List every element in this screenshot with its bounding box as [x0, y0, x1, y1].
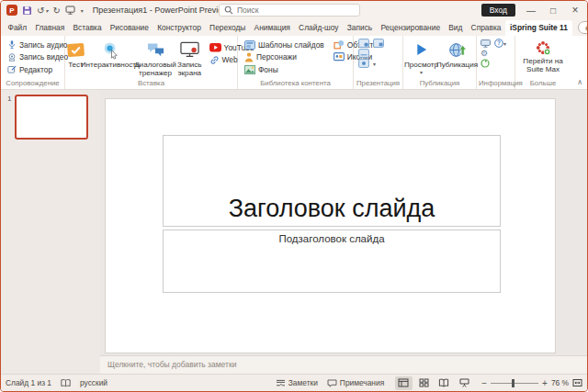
editor-button[interactable]: Редактор — [5, 63, 64, 76]
save-icon[interactable] — [22, 6, 32, 16]
zoom-level[interactable]: 76 % — [551, 378, 569, 387]
publish-globe-icon — [448, 39, 467, 60]
suite-max-icon — [535, 39, 551, 56]
tab-transitions[interactable]: Переходы — [206, 20, 250, 35]
redo-icon[interactable]: ↻ — [52, 6, 60, 16]
tab-design[interactable]: Конструктор — [153, 20, 206, 35]
updates-icon[interactable] — [481, 59, 490, 68]
slide-thumbnail[interactable] — [15, 95, 88, 140]
comments-toggle[interactable]: Примечания — [327, 378, 384, 387]
group-label: Информация — [477, 79, 514, 89]
quiz-icon — [66, 39, 85, 60]
presentation-properties-icon[interactable] — [358, 39, 369, 48]
close-button[interactable]: × — [569, 4, 582, 17]
tab-review[interactable]: Рецензирование — [377, 20, 445, 35]
slide-title-text: Заголовок слайда — [229, 195, 435, 223]
sign-in-button[interactable]: Вход — [481, 4, 515, 17]
tab-home[interactable]: Главная — [31, 20, 69, 35]
zoom-out-button[interactable]: − — [481, 378, 487, 388]
tab-help[interactable]: Справка — [467, 20, 505, 35]
qat-customize-icon[interactable]: ▾ — [81, 7, 84, 14]
zoom-slider[interactable] — [491, 383, 538, 384]
group-vstavka: Тест Интерактивность Диалоговый тренажер… — [65, 36, 238, 89]
slideshow-view-button[interactable] — [456, 376, 473, 390]
group-label: Больше — [515, 79, 571, 89]
record-button[interactable]: ◉ Запись — [578, 21, 588, 34]
title-placeholder[interactable]: Заголовок слайда — [163, 135, 501, 227]
ribbon-tab-bar: Файл Главная Вставка Рисование Конструкт… — [1, 19, 587, 36]
accessibility-book-icon[interactable] — [61, 379, 71, 387]
quick-access-toolbar: P ↺▾ ↻ ▾ — [6, 5, 84, 16]
group-presentation: ▾ Презентация — [354, 36, 403, 89]
publish-button[interactable]: Публикация — [439, 39, 476, 69]
subtitle-placeholder[interactable]: Подзаголовок слайда — [163, 230, 501, 293]
minimize-button[interactable]: — — [525, 6, 537, 16]
tab-insert[interactable]: Вставка — [69, 20, 106, 35]
help-icon[interactable]: ?▾ — [494, 39, 506, 48]
screen-recording-button[interactable]: Запись экрана — [176, 39, 203, 77]
search-box[interactable] — [219, 4, 360, 17]
backgrounds-button[interactable]: Фоны — [242, 63, 327, 76]
interactivity-button[interactable]: Интерактивность — [86, 39, 134, 69]
backgrounds-icon — [244, 65, 255, 74]
chevron-down-icon: ▾ — [45, 7, 48, 14]
slide-sorter-view-button[interactable] — [415, 376, 433, 390]
record-audio-button[interactable]: Запись аудио — [5, 39, 64, 51]
collapse-ribbon-icon[interactable]: ∧ — [577, 78, 582, 86]
group-more: Перейти на Suite Max Больше — [515, 36, 571, 89]
record-video-button[interactable]: Запись видео — [5, 51, 64, 64]
tab-animations[interactable]: Анимация — [250, 20, 295, 35]
undo-icon[interactable]: ↺▾ — [37, 6, 48, 16]
comment-icon — [327, 379, 337, 387]
tab-slideshow[interactable]: Слайд-шоу — [295, 20, 344, 35]
group-label: Публикация — [403, 79, 476, 89]
screen-record-icon — [180, 39, 199, 60]
dialog-trainer-button[interactable]: Диалоговый тренажер — [134, 39, 176, 77]
characters-button[interactable]: Персонажи — [242, 51, 327, 64]
settings-gear-icon[interactable]: ⚙ — [481, 49, 488, 58]
icons-library-icon — [334, 52, 345, 62]
notes-pane[interactable]: Щелкните, чтобы добавить заметки — [100, 355, 587, 374]
suite-max-button[interactable]: Перейти на Suite Max — [515, 39, 571, 73]
slide-indicator: Слайд 1 из 1 — [6, 378, 51, 387]
interactivity-icon — [101, 39, 120, 60]
present-screen-icon[interactable] — [65, 6, 75, 15]
reading-view-button[interactable] — [435, 376, 453, 390]
tab-record[interactable]: Запись — [343, 20, 377, 35]
chevron-down-icon: ▾ — [373, 61, 376, 67]
normal-view-button[interactable] — [395, 376, 413, 390]
zoom-slider-thumb[interactable] — [512, 379, 514, 387]
search-input[interactable] — [237, 6, 355, 15]
tab-view[interactable]: Вид — [445, 20, 467, 35]
link-icon — [209, 55, 220, 65]
objects-icon — [334, 39, 345, 50]
slide-properties-icon[interactable] — [373, 39, 384, 48]
status-bar: Слайд 1 из 1 русский Заметки Примечания — [1, 374, 587, 391]
preview-button[interactable]: Просмотр ▾ — [404, 39, 439, 76]
preview-play-icon — [414, 39, 428, 60]
character-icon — [244, 52, 254, 62]
group-label: Презентация — [354, 79, 402, 89]
notes-icon — [276, 379, 286, 387]
tab-file[interactable]: Файл — [4, 20, 31, 35]
group-label: Вставка — [65, 79, 237, 89]
notes-toggle[interactable]: Заметки — [276, 378, 318, 387]
slide-subtitle-text: Подзаголовок слайда — [278, 233, 384, 244]
group-soprovozhdenie: Запись аудио Запись видео Редактор Сопро… — [1, 36, 65, 89]
zoom-in-button[interactable]: + — [542, 378, 548, 388]
webcam-icon — [7, 52, 17, 62]
titlebar: P ↺▾ ↻ ▾ Презентация1 - PowerPoint Previ… — [1, 1, 587, 19]
powerpoint-app-icon[interactable]: P — [6, 5, 17, 16]
slide-templates-icon — [244, 40, 255, 50]
maximize-button[interactable]: □ — [547, 6, 560, 16]
tab-draw[interactable]: Рисование — [106, 20, 153, 35]
fit-slide-icon[interactable] — [572, 378, 582, 387]
slide-templates-button[interactable]: Шаблоны слайдов — [242, 39, 327, 51]
player-settings-icon[interactable] — [358, 59, 369, 68]
slide-editor-area: Заголовок слайда Подзаголовок слайда Щел… — [100, 90, 587, 374]
presentation-resources-icon[interactable] — [358, 49, 369, 58]
tab-ispring-suite[interactable]: iSpring Suite 11 — [505, 20, 572, 36]
slide-canvas[interactable]: Заголовок слайда Подзаголовок слайда — [106, 99, 555, 353]
language-indicator[interactable]: русский — [80, 378, 107, 387]
about-computer-icon[interactable] — [481, 39, 491, 48]
